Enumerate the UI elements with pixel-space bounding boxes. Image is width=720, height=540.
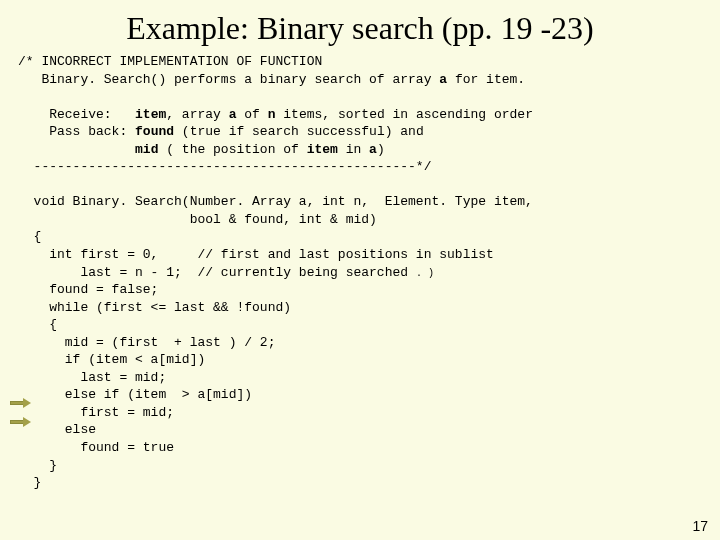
slide-title: Example: Binary search (pp. 19 -23)	[0, 0, 720, 53]
arrow-icon	[10, 398, 32, 408]
code-line: void Binary. Search(Number. Array a, int…	[18, 194, 533, 209]
code-line: found = true	[18, 440, 174, 455]
code-line: Receive: item, array a of n items, sorte…	[18, 107, 533, 122]
arrow-icon	[10, 417, 32, 427]
code-line: else if (item > a[mid])	[18, 387, 252, 402]
code-line: found = false;	[18, 282, 158, 297]
code-line: int first = 0, // first and last positio…	[18, 247, 494, 262]
code-block: /* INCORRECT IMPLEMENTATION OF FUNCTION …	[0, 53, 720, 492]
code-line: mid ( the position of item in a)	[18, 142, 385, 157]
code-line: bool & found, int & mid)	[18, 212, 377, 227]
code-line: first = mid;	[18, 405, 174, 420]
code-line: {	[18, 317, 57, 332]
code-line: last = n - 1; // currently being searche…	[18, 265, 434, 280]
code-line: ----------------------------------------…	[18, 159, 431, 174]
code-line: Pass back: found (true if search success…	[18, 124, 424, 139]
code-line: Binary. Search() performs a binary searc…	[18, 72, 525, 87]
code-line: /* INCORRECT IMPLEMENTATION OF FUNCTION	[18, 54, 322, 69]
page-number: 17	[692, 518, 708, 534]
code-line: }	[18, 458, 57, 473]
code-line: }	[18, 475, 41, 490]
code-line: if (item < a[mid])	[18, 352, 205, 367]
code-line: last = mid;	[18, 370, 166, 385]
code-line: mid = (first + last ) / 2;	[18, 335, 275, 350]
code-line: {	[18, 229, 41, 244]
code-line: while (first <= last && !found)	[18, 300, 291, 315]
